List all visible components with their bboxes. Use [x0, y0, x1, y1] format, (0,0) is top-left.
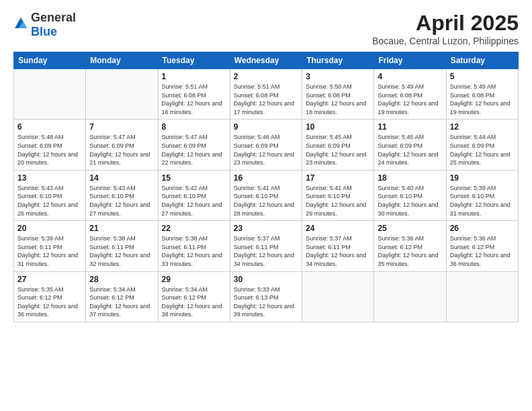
day-number: 8	[162, 122, 226, 132]
day-info: Sunrise: 5:51 AMSunset: 6:08 PMDaylight:…	[234, 83, 298, 116]
col-friday: Friday	[374, 52, 446, 69]
day-info: Sunrise: 5:35 AMSunset: 6:12 PMDaylight:…	[17, 285, 82, 319]
calendar-cell: 19Sunrise: 5:39 AMSunset: 6:10 PMDayligh…	[446, 170, 518, 220]
day-number: 17	[306, 173, 370, 183]
calendar-cell	[374, 271, 446, 322]
calendar-cell: 27Sunrise: 5:35 AMSunset: 6:12 PMDayligh…	[14, 271, 86, 322]
day-info: Sunrise: 5:51 AMSunset: 6:08 PMDaylight:…	[162, 83, 226, 116]
calendar-week-row: 20Sunrise: 5:39 AMSunset: 6:11 PMDayligh…	[14, 221, 519, 271]
day-info: Sunrise: 5:45 AMSunset: 6:09 PMDaylight:…	[378, 133, 442, 167]
day-number: 27	[17, 275, 82, 284]
logo: General Blue	[13, 11, 76, 39]
day-info: Sunrise: 5:33 AMSunset: 6:13 PMDaylight:…	[234, 285, 298, 319]
day-info: Sunrise: 5:36 AMSunset: 6:12 PMDaylight:…	[378, 234, 442, 268]
calendar-cell: 25Sunrise: 5:36 AMSunset: 6:12 PMDayligh…	[374, 221, 446, 271]
logo-icon	[13, 16, 28, 31]
calendar-cell: 2Sunrise: 5:51 AMSunset: 6:08 PMDaylight…	[230, 69, 302, 120]
calendar-week-row: 6Sunrise: 5:48 AMSunset: 6:09 PMDaylight…	[14, 120, 519, 170]
day-info: Sunrise: 5:41 AMSunset: 6:10 PMDaylight:…	[306, 184, 370, 218]
day-number: 26	[450, 224, 515, 233]
logo-blue: Blue	[31, 25, 57, 38]
calendar-cell: 1Sunrise: 5:51 AMSunset: 6:08 PMDaylight…	[158, 69, 230, 120]
header: General Blue April 2025 Bocaue, Central …	[13, 11, 519, 46]
calendar-cell: 7Sunrise: 5:47 AMSunset: 6:09 PMDaylight…	[86, 120, 158, 170]
day-number: 10	[306, 122, 370, 132]
calendar-cell: 3Sunrise: 5:50 AMSunset: 6:08 PMDaylight…	[302, 69, 374, 120]
col-tuesday: Tuesday	[158, 52, 230, 69]
day-number: 19	[450, 173, 515, 183]
day-info: Sunrise: 5:43 AMSunset: 6:10 PMDaylight:…	[89, 184, 154, 218]
day-number: 24	[306, 224, 370, 233]
day-number: 20	[17, 224, 82, 233]
day-number: 12	[450, 122, 515, 132]
calendar-cell: 12Sunrise: 5:44 AMSunset: 6:09 PMDayligh…	[446, 120, 518, 170]
calendar-cell	[86, 69, 158, 120]
calendar-cell: 21Sunrise: 5:38 AMSunset: 6:11 PMDayligh…	[86, 221, 158, 271]
calendar-cell: 23Sunrise: 5:37 AMSunset: 6:11 PMDayligh…	[230, 221, 302, 271]
day-number: 9	[234, 122, 298, 132]
calendar-cell: 14Sunrise: 5:43 AMSunset: 6:10 PMDayligh…	[86, 170, 158, 220]
calendar-cell: 9Sunrise: 5:46 AMSunset: 6:09 PMDaylight…	[230, 120, 302, 170]
day-info: Sunrise: 5:49 AMSunset: 6:08 PMDaylight:…	[450, 83, 515, 116]
day-number: 13	[17, 173, 82, 183]
day-number: 15	[162, 173, 226, 183]
page: General Blue April 2025 Bocaue, Central …	[0, 0, 532, 411]
day-info: Sunrise: 5:37 AMSunset: 6:11 PMDaylight:…	[234, 234, 298, 268]
title-area: April 2025 Bocaue, Central Luzon, Philip…	[372, 11, 519, 46]
calendar-cell: 17Sunrise: 5:41 AMSunset: 6:10 PMDayligh…	[302, 170, 374, 220]
day-info: Sunrise: 5:34 AMSunset: 6:12 PMDaylight:…	[162, 285, 226, 319]
calendar-cell: 16Sunrise: 5:41 AMSunset: 6:10 PMDayligh…	[230, 170, 302, 220]
day-info: Sunrise: 5:48 AMSunset: 6:09 PMDaylight:…	[17, 133, 82, 167]
calendar-cell: 20Sunrise: 5:39 AMSunset: 6:11 PMDayligh…	[14, 221, 86, 271]
calendar-cell	[302, 271, 374, 322]
day-info: Sunrise: 5:41 AMSunset: 6:10 PMDaylight:…	[234, 184, 298, 218]
calendar-week-row: 13Sunrise: 5:43 AMSunset: 6:10 PMDayligh…	[14, 170, 519, 220]
calendar-cell: 13Sunrise: 5:43 AMSunset: 6:10 PMDayligh…	[14, 170, 86, 220]
day-number: 2	[234, 72, 298, 81]
calendar-cell: 4Sunrise: 5:49 AMSunset: 6:08 PMDaylight…	[374, 69, 446, 120]
day-info: Sunrise: 5:36 AMSunset: 6:12 PMDaylight:…	[450, 234, 515, 268]
calendar-cell: 6Sunrise: 5:48 AMSunset: 6:09 PMDaylight…	[14, 120, 86, 170]
calendar-cell: 30Sunrise: 5:33 AMSunset: 6:13 PMDayligh…	[230, 271, 302, 322]
day-number: 7	[89, 122, 154, 132]
calendar-cell: 18Sunrise: 5:40 AMSunset: 6:10 PMDayligh…	[374, 170, 446, 220]
calendar-header-row: Sunday Monday Tuesday Wednesday Thursday…	[14, 52, 519, 69]
calendar-cell: 10Sunrise: 5:45 AMSunset: 6:09 PMDayligh…	[302, 120, 374, 170]
day-number: 30	[234, 275, 298, 284]
day-info: Sunrise: 5:42 AMSunset: 6:10 PMDaylight:…	[162, 184, 226, 218]
day-number: 16	[234, 173, 298, 183]
day-info: Sunrise: 5:47 AMSunset: 6:09 PMDaylight:…	[89, 133, 154, 167]
day-info: Sunrise: 5:39 AMSunset: 6:10 PMDaylight:…	[450, 184, 515, 218]
calendar: Sunday Monday Tuesday Wednesday Thursday…	[13, 52, 519, 322]
day-number: 25	[378, 224, 442, 233]
day-number: 1	[162, 72, 226, 81]
day-info: Sunrise: 5:40 AMSunset: 6:10 PMDaylight:…	[378, 184, 442, 218]
col-saturday: Saturday	[446, 52, 518, 69]
day-info: Sunrise: 5:38 AMSunset: 6:11 PMDaylight:…	[162, 234, 226, 268]
title-month: April 2025	[372, 11, 519, 36]
day-number: 3	[306, 72, 370, 81]
day-number: 21	[89, 224, 154, 233]
calendar-cell: 11Sunrise: 5:45 AMSunset: 6:09 PMDayligh…	[374, 120, 446, 170]
calendar-week-row: 27Sunrise: 5:35 AMSunset: 6:12 PMDayligh…	[14, 271, 519, 322]
day-info: Sunrise: 5:50 AMSunset: 6:08 PMDaylight:…	[306, 83, 370, 116]
day-number: 14	[89, 173, 154, 183]
day-info: Sunrise: 5:39 AMSunset: 6:11 PMDaylight:…	[17, 234, 82, 268]
calendar-cell	[14, 69, 86, 120]
day-number: 29	[162, 275, 226, 284]
calendar-cell: 8Sunrise: 5:47 AMSunset: 6:09 PMDaylight…	[158, 120, 230, 170]
day-info: Sunrise: 5:34 AMSunset: 6:12 PMDaylight:…	[89, 285, 154, 319]
day-number: 5	[450, 72, 515, 81]
day-info: Sunrise: 5:46 AMSunset: 6:09 PMDaylight:…	[234, 133, 298, 167]
calendar-cell	[446, 271, 518, 322]
calendar-cell: 29Sunrise: 5:34 AMSunset: 6:12 PMDayligh…	[158, 271, 230, 322]
calendar-cell: 5Sunrise: 5:49 AMSunset: 6:08 PMDaylight…	[446, 69, 518, 120]
col-sunday: Sunday	[14, 52, 86, 69]
calendar-week-row: 1Sunrise: 5:51 AMSunset: 6:08 PMDaylight…	[14, 69, 519, 120]
day-number: 22	[162, 224, 226, 233]
day-number: 23	[234, 224, 298, 233]
title-location: Bocaue, Central Luzon, Philippines	[372, 36, 519, 46]
calendar-cell: 26Sunrise: 5:36 AMSunset: 6:12 PMDayligh…	[446, 221, 518, 271]
day-info: Sunrise: 5:37 AMSunset: 6:11 PMDaylight:…	[306, 234, 370, 268]
day-info: Sunrise: 5:45 AMSunset: 6:09 PMDaylight:…	[306, 133, 370, 167]
